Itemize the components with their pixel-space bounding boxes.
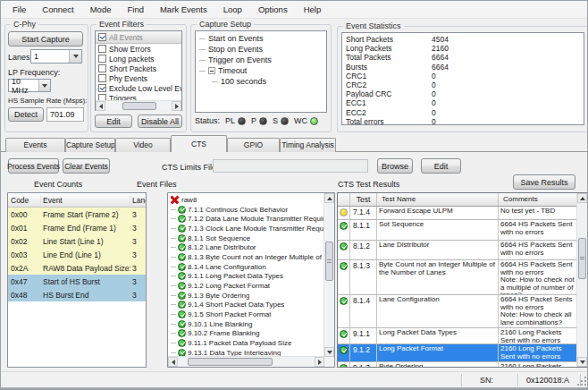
event-file-item[interactable]: 7.1.2 Data Lane Module Transmitter Requi… [171, 214, 324, 224]
cts-limits-file-input[interactable] [213, 159, 368, 173]
event-count-row[interactable]: 0x03Line End (Line 1)3 [8, 248, 146, 261]
tab-capture-setup[interactable]: Capture Setup [65, 138, 115, 152]
checkbox-icon[interactable] [98, 74, 106, 82]
capture-tree-item-timeout[interactable]: Timeout [196, 65, 326, 76]
checkbox-icon[interactable] [98, 84, 106, 92]
scroll-right-icon[interactable] [315, 357, 324, 367]
filter-item-exclude-low-level-even[interactable]: Exclude Low Level Even [96, 83, 181, 93]
clear-events-button[interactable]: Clear Events [63, 158, 110, 174]
checkbox-icon[interactable] [98, 33, 106, 41]
event-file-item[interactable]: 8.1.3 Byte Count not an Integer Multiple… [171, 252, 324, 262]
event-count-row[interactable]: 0x02Line Start (Line 1)3 [8, 234, 146, 248]
menu-file[interactable]: File [4, 3, 34, 16]
browse-button[interactable]: Browse [377, 158, 413, 174]
detect-button[interactable]: Detect [8, 107, 44, 122]
capture-tree-item-trigger-on-events[interactable]: Trigger on Events [196, 55, 326, 65]
resize-grip-icon[interactable] [584, 384, 586, 386]
save-results-button[interactable]: Save Results [513, 174, 575, 190]
counts-col-event[interactable]: Event [41, 196, 130, 205]
tab-events[interactable]: Events [5, 138, 65, 152]
checkbox-icon[interactable] [98, 45, 106, 53]
menu-connect[interactable]: Connect [34, 3, 81, 16]
chevron-down-icon[interactable] [38, 80, 50, 91]
results-col-test-name[interactable]: Test Name [377, 193, 499, 206]
event-file-item[interactable]: 9.10.1 Line Blanking [171, 319, 324, 329]
scroll-left-icon[interactable] [96, 101, 105, 111]
scrollbar-thumb[interactable] [325, 242, 333, 281]
cts-result-row[interactable]: 7.1.4Forward Escape ULPMNo test yet - TB… [338, 207, 577, 220]
tab-timing-analysis[interactable]: Timing Analysis [280, 138, 336, 152]
capture-tree-item-start-on-events[interactable]: Start on Events [196, 33, 326, 44]
filter-item-show-errors[interactable]: Show Errors [96, 44, 181, 54]
lanes-select[interactable]: 1 [30, 49, 82, 64]
files-horizontal-scrollbar[interactable] [168, 356, 324, 367]
cts-result-row[interactable]: 9.1.2Long Packet Format2160 Long Packets… [338, 344, 577, 362]
event-file-item[interactable]: 8.1.4 Lane Configuration [171, 262, 324, 272]
tab-gpio[interactable]: GPIO [227, 138, 280, 152]
event-file-item[interactable]: 9.1.5 Short Packet Format [171, 309, 324, 319]
menu-help[interactable]: Help [296, 3, 330, 16]
counts-col-lane[interactable]: Lane [130, 196, 146, 205]
event-file-item[interactable]: 9.1.4 Short Packet Data Types [171, 301, 324, 310]
counts-col-code[interactable]: Code [8, 196, 41, 205]
cts-result-row[interactable]: 8.1.1Sot Sequence6664 HS Packets Sent wi… [338, 220, 577, 241]
event-file-item[interactable]: 9.1.1 Long Packet Data Types [171, 272, 324, 282]
scroll-right-icon[interactable] [172, 101, 181, 111]
event-file-item[interactable]: 9.10.2 Frame Blanking [171, 329, 324, 339]
lp-frequency-select[interactable]: 10 MHz [8, 79, 51, 92]
chevron-down-icon[interactable] [69, 50, 81, 63]
capture-tree-item-stop-on-events[interactable]: Stop on Events [196, 44, 326, 55]
event-count-row[interactable]: 0x47Start of HS Burst3 [8, 275, 146, 288]
scroll-left-icon[interactable] [168, 357, 178, 367]
filter-item-long-packets[interactable]: Long packets [96, 54, 181, 64]
process-events-button[interactable]: Process Events [8, 158, 59, 174]
checkbox-icon[interactable] [98, 55, 106, 63]
menu-loop[interactable]: Loop [215, 3, 250, 16]
capture-tree-item-100-seconds[interactable]: 100 seconds [196, 76, 326, 87]
event-file-item[interactable]: 8.1.1 Sot Sequence [171, 233, 324, 243]
cts-result-row[interactable]: 9.1.3Byte Ordering2160 Long Packets 4504 [338, 362, 577, 367]
filter-item-short-packets[interactable]: Short Packets [96, 64, 181, 73]
collapse-icon[interactable] [208, 67, 215, 74]
start-capture-button[interactable]: Start Capture [8, 31, 83, 47]
event-count-row[interactable]: 0x01Frame End (Frame 1)3 [8, 221, 146, 234]
checkbox-icon[interactable] [98, 64, 106, 72]
scroll-up-icon[interactable] [577, 193, 587, 203]
menu-mode[interactable]: Mode [82, 3, 120, 16]
tab-video[interactable]: Video [115, 138, 171, 152]
results-vertical-scrollbar[interactable] [576, 193, 587, 367]
cts-result-row[interactable]: 8.1.4Lane Configuration6664 HS Packet Se… [338, 295, 577, 328]
event-file-item[interactable]: 7.1.1 Continous Clock Behavior [171, 205, 324, 215]
files-vertical-scrollbar[interactable] [323, 193, 334, 357]
filters-edit-button[interactable]: Edit [95, 114, 132, 128]
event-file-item[interactable]: 9.1.3 Byte Ordering [171, 291, 324, 301]
filter-item-all-events[interactable]: All Events [96, 31, 181, 44]
scrollbar-thumb[interactable] [578, 238, 586, 279]
cts-result-row[interactable]: 9.1.1Long Packet Data Types2160 Long Pac… [338, 328, 577, 344]
scroll-down-icon[interactable] [324, 347, 334, 357]
cts-result-row[interactable]: 8.1.3Byte Count not an Integer Multiple … [338, 260, 577, 295]
menu-find[interactable]: Find [119, 3, 151, 16]
event-file-item[interactable]: 9.1.2 Long Packet Format [171, 281, 324, 291]
scroll-up-icon[interactable] [324, 193, 334, 203]
event-file-item[interactable]: 9.11.1 Packet Data Payload Size [171, 338, 324, 348]
event-count-row[interactable]: 0x00Frame Start (Frame 2)3 [8, 208, 146, 221]
event-files-root[interactable]: raw8 [171, 195, 324, 205]
event-count-row[interactable]: 0x48HS Burst End3 [8, 288, 146, 301]
limits-edit-button[interactable]: Edit [421, 158, 461, 174]
disable-all-button[interactable]: Disable All [138, 114, 182, 128]
event-file-item[interactable]: 7.1.3 Clock Lane Module Transmitter Requ… [171, 224, 324, 233]
tab-cts[interactable]: CTS [171, 135, 227, 152]
filters-horizontal-scrollbar[interactable] [96, 100, 181, 111]
scrollbar-thumb[interactable] [122, 102, 156, 110]
scrollbar-thumb[interactable] [188, 358, 273, 366]
event-file-item[interactable]: 8.1.2 Lane Distributor [171, 242, 324, 252]
menu-options[interactable]: Options [250, 3, 296, 16]
cts-result-row[interactable]: 8.1.2Lane Distributor6664 HS Packets Sen… [338, 241, 577, 260]
results-col-test[interactable]: Test [350, 193, 377, 206]
scroll-down-icon[interactable] [577, 357, 587, 367]
menu-mark-events[interactable]: Mark Events [152, 3, 215, 16]
filter-item-phy-events[interactable]: Phy Events [96, 73, 181, 83]
results-col-comments[interactable]: Comments [499, 193, 577, 206]
event-count-row[interactable]: 0x2ARAW8 Data Payload Size: 19...3 [8, 261, 146, 275]
